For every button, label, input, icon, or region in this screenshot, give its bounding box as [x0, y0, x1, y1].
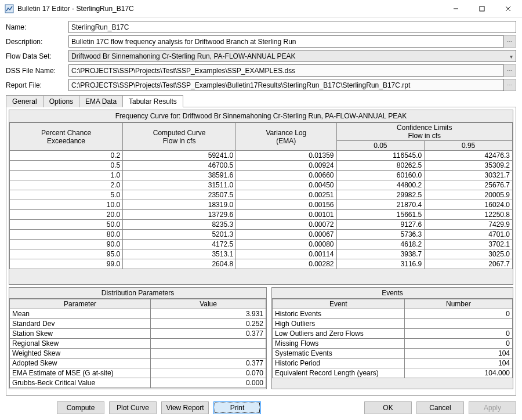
tab-ema-data[interactable]: EMA Data [79, 95, 123, 107]
maximize-button[interactable] [469, 1, 495, 17]
description-input[interactable]: Bulletin 17C flow frequency analysis for… [68, 35, 504, 48]
table-row[interactable]: Systematic Events104 [273, 349, 513, 359]
reportfile-label: Report File: [6, 81, 68, 89]
view-report-button[interactable]: View Report [161, 401, 209, 414]
button-row: Compute Plot Curve View Report Print OK … [0, 398, 522, 415]
compute-button[interactable]: Compute [57, 401, 104, 414]
table-row[interactable]: Weighted Skew [10, 349, 266, 359]
table-row[interactable]: 0.259241.00.01359116545.042476.3 [10, 151, 513, 161]
table-row[interactable]: Standard Dev0.252 [10, 319, 266, 329]
cancel-button[interactable]: Cancel [416, 401, 464, 414]
table-row[interactable]: Missing Flows0 [273, 339, 513, 349]
dssfile-label: DSS File Name: [6, 67, 68, 75]
table-row[interactable]: 20.013729.60.0010115661.512250.8 [10, 210, 513, 220]
title-bar[interactable]: Bulletin 17 Editor - SterlingRun_B17C [0, 0, 522, 17]
table-row[interactable]: Historic Events0 [273, 309, 513, 319]
reportfile-input[interactable]: C:\PROJECTS\SSP\Projects\Test\SSP_Exampl… [68, 79, 504, 91]
tab-general[interactable]: General [6, 95, 44, 107]
table-row[interactable]: 50.08235.30.000729127.67429.9 [10, 220, 513, 230]
flowdata-label: Flow Data Set: [6, 52, 68, 60]
app-icon [5, 4, 14, 13]
table-row[interactable]: Station Skew0.377 [10, 329, 266, 339]
table-row[interactable]: 90.04172.50.000804618.23702.1 [10, 240, 513, 249]
plot-curve-button[interactable]: Plot Curve [109, 401, 157, 414]
table-row[interactable]: Equivalent Record Length (years)104.000 [273, 368, 513, 378]
table-row[interactable]: 0.546700.50.0092480262.535309.2 [10, 161, 513, 171]
apply-button[interactable]: Apply [469, 401, 516, 414]
ok-button[interactable]: OK [364, 401, 412, 414]
table-row[interactable]: 2.031511.00.0045044800.225676.7 [10, 180, 513, 190]
frequency-table: Frequency Curve for: Driftwood Br Sinnem… [9, 110, 513, 285]
table-row[interactable]: 80.05201.30.000675736.34701.0 [10, 230, 513, 240]
events-table: Events EventNumber Historic Events0High … [271, 287, 513, 389]
chevron-down-icon: ▾ [510, 53, 513, 59]
table-row[interactable]: Mean3.931 [10, 309, 266, 319]
table-row[interactable]: 95.03513.10.001143938.73025.0 [10, 249, 513, 259]
flowdata-select[interactable]: Driftwood Br Sinnemahoning Cr-Sterling R… [68, 50, 516, 62]
table-row[interactable]: 1.038591.60.0066060160.030321.7 [10, 171, 513, 180]
table-row[interactable]: Adopted Skew0.377 [10, 359, 266, 368]
name-input[interactable]: SterlingRun_B17C [68, 21, 516, 33]
tabs: General Options EMA Data Tabular Results [6, 95, 516, 107]
table-row[interactable]: Grubbs-Beck Critical Value0.000 [10, 378, 266, 388]
description-label: Description: [6, 38, 68, 46]
table-row[interactable]: Low Outliers and Zero Flows0 [273, 329, 513, 339]
minimize-button[interactable] [443, 1, 469, 17]
svg-rect-0 [5, 5, 13, 13]
close-button[interactable] [495, 1, 521, 17]
dssfile-input[interactable]: C:\PROJECTS\SSP\Projects\Test\SSP_Exampl… [68, 64, 504, 77]
table-row[interactable]: Historic Period104 [273, 359, 513, 368]
table-row[interactable]: 10.018319.00.0015621870.416024.0 [10, 200, 513, 210]
table-row[interactable]: High Outliers [273, 319, 513, 329]
print-button[interactable]: Print [213, 401, 261, 414]
svg-rect-2 [480, 6, 484, 11]
dssfile-browse-button[interactable]: ⋯ [504, 64, 516, 77]
distribution-parameters-table: Distribution Parameters ParameterValue M… [9, 287, 267, 389]
tab-tabular-results[interactable]: Tabular Results [122, 95, 183, 107]
table-row[interactable]: 99.02604.80.002823116.92067.7 [10, 259, 513, 269]
name-label: Name: [6, 23, 68, 31]
table-row[interactable]: Regional Skew [10, 339, 266, 349]
frequency-table-title: Frequency Curve for: Driftwood Br Sinnem… [9, 110, 513, 122]
description-browse-button[interactable]: ⋯ [504, 35, 516, 48]
table-row[interactable]: 5.023507.50.0025129982.520005.9 [10, 190, 513, 200]
reportfile-browse-button[interactable]: ⋯ [504, 79, 516, 91]
table-row[interactable]: EMA Estimate of MSE (G at-site)0.070 [10, 368, 266, 378]
tab-options[interactable]: Options [43, 95, 79, 107]
window-title: Bulletin 17 Editor - SterlingRun_B17C [17, 5, 443, 13]
